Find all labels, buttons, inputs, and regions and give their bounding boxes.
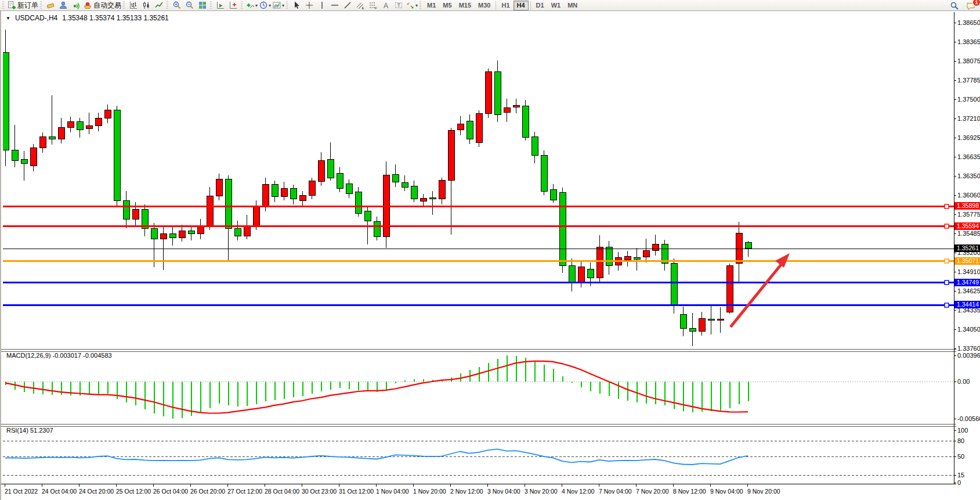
candle[interactable] [179,231,185,238]
candle[interactable] [281,189,287,197]
cursor-button[interactable] [290,1,303,10]
candle[interactable] [476,113,482,143]
candle[interactable] [392,175,399,182]
candle[interactable] [169,234,176,238]
candle[interactable] [569,266,575,283]
candle[interactable] [587,269,594,278]
tile-windows-button[interactable] [196,1,209,10]
candle[interactable] [39,136,46,148]
candle[interactable] [299,195,306,200]
text-label-button[interactable]: T [392,1,405,10]
candle[interactable] [467,121,473,139]
line-chart-button[interactable] [153,1,165,10]
candle[interactable] [439,181,445,199]
line-handle[interactable] [945,204,949,208]
timeframe-button-m30[interactable]: M30 [475,1,494,10]
candle[interactable] [355,192,361,213]
profile-button[interactable] [57,1,70,10]
candle[interactable] [12,150,18,160]
candlestick-button[interactable] [140,1,153,10]
candle[interactable] [49,136,55,139]
candle[interactable] [309,181,315,195]
candle[interactable] [485,72,491,113]
line-handle[interactable] [945,280,949,285]
candle[interactable] [21,159,27,163]
candle[interactable] [736,233,742,263]
candle[interactable] [337,173,343,188]
auto-trading-button[interactable]: 自动交易 [82,1,122,10]
candle[interactable] [123,200,129,219]
toolbar-grip[interactable] [167,1,168,9]
chart-shift-button[interactable] [227,1,240,10]
candle[interactable] [234,228,241,236]
timeframe-button-h4[interactable]: H4 [513,1,529,10]
bar-chart-button[interactable] [127,1,140,10]
horizontal-line-button[interactable] [328,1,341,10]
candle[interactable] [216,179,222,196]
candle[interactable] [624,257,631,260]
candle[interactable] [95,118,102,126]
candle[interactable] [559,192,566,265]
channel-button[interactable]: E [354,1,367,10]
candle[interactable] [689,328,696,331]
candle[interactable] [411,186,417,199]
candle[interactable] [327,159,334,178]
auto-scroll-button[interactable] [214,1,227,10]
candle[interactable] [151,228,157,239]
candle[interactable] [643,250,649,257]
candle[interactable] [114,110,120,200]
candle[interactable] [420,199,426,202]
line-handle[interactable] [945,224,949,228]
candle[interactable] [364,211,371,221]
chevron-down-icon[interactable]: ▾ [415,3,418,8]
timeframe-button-m5[interactable]: M5 [439,1,455,10]
candle[interactable] [402,182,408,187]
macd-indicator-panel[interactable] [3,351,954,424]
candle[interactable] [225,179,232,229]
vertical-line-button[interactable] [316,1,328,10]
indicators-button[interactable]: ▾ [245,1,258,10]
candle[interactable] [596,247,603,278]
candle[interactable] [531,136,538,155]
zoom-out-button[interactable] [183,1,196,10]
candle[interactable] [374,222,380,236]
chevron-down-icon[interactable]: ▾ [255,3,258,8]
main-price-chart[interactable] [3,12,954,350]
candle[interactable] [429,198,436,199]
text-button[interactable]: A [379,1,392,10]
candle[interactable] [504,108,510,113]
chevron-down-icon[interactable]: ▾ [269,3,271,8]
styler-button[interactable] [44,1,57,10]
chat-button[interactable]: 1 [964,1,977,10]
templates-button[interactable]: ▾ [272,1,285,10]
candle[interactable] [104,110,111,118]
candle[interactable] [290,189,296,199]
candle[interactable] [188,231,194,234]
timeframe-button-mn[interactable]: MN [564,1,581,10]
candle[interactable] [606,247,612,266]
trend-arrow[interactable] [731,262,783,327]
candle[interactable] [244,226,250,236]
timeframe-button-h1[interactable]: H1 [498,1,513,10]
periods-button[interactable]: ▾ [258,1,272,10]
toolbar-grip[interactable] [286,1,288,9]
candle[interactable] [457,124,464,130]
candle[interactable] [634,258,640,259]
rsi-indicator-panel[interactable] [3,426,954,484]
chevron-down-icon[interactable]: ▾ [282,3,284,8]
candle[interactable] [541,155,547,191]
candle[interactable] [448,131,454,181]
candle[interactable] [494,72,501,114]
candle[interactable] [578,267,584,282]
candle[interactable] [550,190,556,200]
candle[interactable] [513,105,519,107]
toolbar-grip[interactable] [123,1,125,9]
zoom-in-button[interactable] [171,1,183,10]
crosshair-button[interactable] [303,1,316,10]
candle[interactable] [272,185,278,197]
search-button[interactable] [948,1,961,10]
toolbar-grip[interactable] [241,1,243,9]
candle[interactable] [207,196,213,226]
arrows-button[interactable]: ▾ [405,1,418,10]
candle[interactable] [745,243,751,249]
